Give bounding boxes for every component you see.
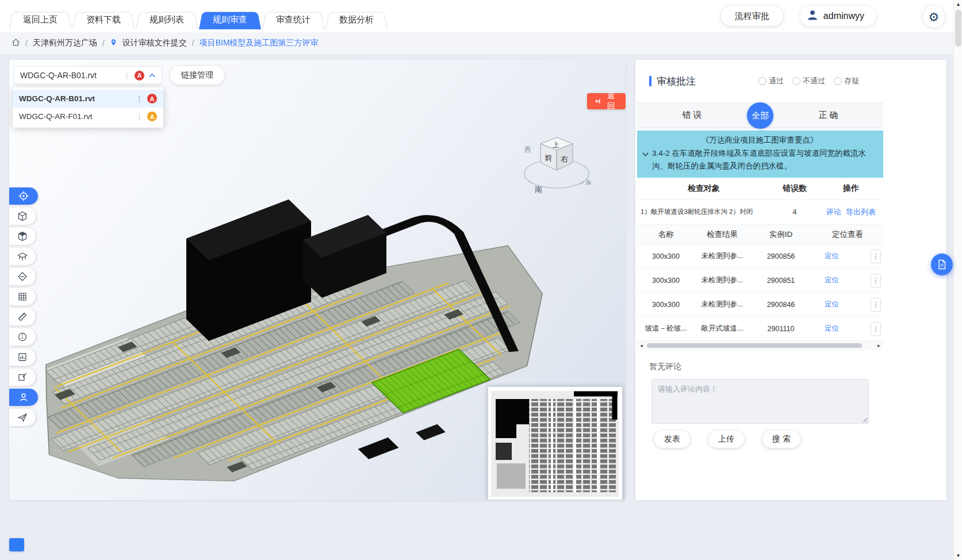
model-file-select[interactable]: WDGC-Q-AR-B01.rvt ⋮ A — [14, 66, 162, 85]
result-filter-tabs: 错 误 全部 正 确 — [637, 102, 883, 128]
radio-doubt[interactable]: 存疑 — [834, 76, 859, 86]
settings-gear-icon[interactable]: ⚙ — [923, 6, 945, 28]
tab-data-analysis[interactable]: 数据分析 — [325, 10, 388, 29]
scroll-down-icon[interactable]: ▼ — [954, 553, 962, 558]
link-manage-button[interactable]: 链接管理 — [170, 66, 224, 85]
avatar-icon — [806, 9, 819, 24]
scrollbar-thumb[interactable] — [955, 10, 961, 47]
compass-south[interactable]: 南 — [535, 185, 542, 194]
panel-title: 审核批注 — [649, 75, 696, 88]
page-scrollbar[interactable]: ▲ ▼ — [953, 0, 962, 560]
topbar-right: 流程审批 adminwyy ⚙ — [721, 6, 876, 26]
cube-face-right[interactable]: 右 — [561, 155, 568, 163]
upload-button[interactable]: 上传 — [708, 431, 744, 448]
dropdown-item-f01[interactable]: WDGC-Q-AR-F01.rvt ⋮ A — [13, 108, 163, 125]
more-dots-icon[interactable]: ⋮ — [136, 94, 143, 103]
rule-highlight-card[interactable]: 《万达商业项目施工图审查要点》 3.4-2 在车道敞开段终端及车道底部应设置与坡… — [637, 131, 883, 178]
home-icon[interactable] — [12, 38, 20, 48]
grid-icon[interactable] — [9, 288, 36, 305]
rule-source-title: 《万达商业项目施工图审查要点》 — [642, 135, 877, 145]
compass-east[interactable]: 东 — [585, 179, 592, 186]
check-table-row: 1）敞开坡道设3耐轮压排水沟 2）封闭 4 评论 导出列表 — [637, 200, 883, 225]
topbar: 返回上页 资料下载 规则列表 规则审查 审查统计 数据分析 流程审批 admin… — [0, 0, 962, 32]
breadcrumb-project[interactable]: 天津蓟州万达广场 — [33, 38, 97, 48]
chart-icon[interactable] — [9, 348, 36, 366]
row-more-button[interactable]: ⋮ — [871, 298, 881, 312]
info-icon[interactable] — [9, 328, 36, 346]
scrollbar-thumb[interactable] — [647, 343, 862, 348]
cube-face-top[interactable]: 上 — [553, 141, 559, 149]
model-status-badge: A — [147, 112, 157, 121]
row-more-button[interactable]: ⋮ — [871, 250, 881, 263]
tab-all[interactable]: 全部 — [747, 102, 773, 129]
comment-input[interactable] — [651, 379, 869, 424]
send-icon[interactable] — [9, 409, 36, 426]
comment-link[interactable]: 评论 — [826, 207, 841, 217]
title-accent-bar — [649, 76, 651, 86]
tab-back-home[interactable]: 返回上页 — [9, 10, 71, 29]
minimap[interactable] — [488, 386, 623, 500]
breadcrumb: / 天津蓟州万达广场 / 设计审核文件提交 / 项目BIM模型及施工图第三方评审 — [0, 32, 962, 54]
tab-errors[interactable]: 错 误 — [637, 110, 747, 121]
check-table-header: 检查对象 错误数 操作 — [637, 178, 883, 200]
review-result-radios: 通过 不通过 存疑 — [758, 76, 859, 86]
return-arrow-icon — [594, 98, 601, 105]
locate-link[interactable]: 定位 — [825, 324, 839, 333]
main-tabs: 返回上页 资料下载 规则列表 规则审查 审查统计 数据分析 — [9, 10, 389, 29]
cube-face-front[interactable]: 前 — [545, 154, 552, 162]
scroll-up-icon[interactable]: ▲ — [954, 2, 962, 7]
view-cube[interactable]: 上 前 右 南 东 西 — [520, 130, 596, 199]
measure-icon[interactable] — [9, 308, 36, 325]
more-dots-icon: ⋮ — [123, 71, 131, 80]
row-more-button[interactable]: ⋮ — [871, 322, 881, 336]
compass-west[interactable]: 西 — [524, 146, 531, 153]
tab-correct[interactable]: 正 确 — [773, 110, 883, 121]
model-cube-solid-icon[interactable] — [9, 228, 36, 245]
search-button[interactable]: 搜 索 — [762, 431, 800, 448]
tab-data-download[interactable]: 资料下载 — [72, 10, 135, 29]
more-dots-icon[interactable]: ⋮ — [136, 112, 143, 121]
pin-icon — [110, 39, 117, 48]
locate-link[interactable]: 定位 — [825, 275, 839, 285]
row-more-button[interactable]: ⋮ — [871, 274, 881, 287]
tab-rule-review[interactable]: 规则审查 — [199, 10, 261, 29]
table-row: 300x300 未检测到参... 2900851 定位 ⋮ — [637, 269, 883, 293]
dropdown-item-b01[interactable]: WDGC-Q-AR-B01.rvt ⋮ A — [13, 90, 163, 108]
model-status-badge: A — [135, 71, 144, 80]
post-button[interactable]: 发表 — [654, 431, 690, 448]
user-chip[interactable]: adminwyy — [800, 6, 876, 26]
annotate-icon[interactable] — [9, 369, 36, 386]
breadcrumb-stage[interactable]: 设计审核文件提交 — [122, 38, 187, 48]
viewer-toolbar — [9, 187, 38, 426]
document-fab[interactable] — [931, 254, 953, 275]
panel-header: 审核批注 通过 不通过 存疑 — [637, 60, 883, 102]
viewer-back-button[interactable]: 返回 — [587, 93, 626, 109]
app-root: 返回上页 资料下载 规则列表 规则审查 审查统计 数据分析 流程审批 admin… — [0, 0, 962, 560]
radio-pass[interactable]: 通过 — [758, 76, 784, 86]
radio-fail[interactable]: 不通过 — [792, 76, 825, 86]
radio-circle-icon — [834, 77, 842, 85]
tab-review-statistics[interactable]: 审查统计 — [262, 10, 324, 29]
model-viewer[interactable]: 上 前 右 南 东 西 WDGC-Q-AR-B01.rvt ⋮ A WDGC-Q… — [9, 60, 626, 500]
bottom-left-partial-button[interactable] — [9, 538, 24, 551]
review-panel: 审核批注 通过 不通过 存疑 错 误 全部 正 确 《万达商业项目施工图审查要点… — [635, 60, 946, 500]
table-horizontal-scrollbar[interactable]: ◄ ► — [637, 341, 883, 350]
error-count: 4 — [771, 208, 819, 216]
scroll-left-icon[interactable]: ◄ — [637, 343, 646, 348]
radio-circle-icon — [758, 77, 766, 85]
tab-rule-list[interactable]: 规则列表 — [136, 10, 198, 29]
detail-table-header: 名称 检查结果 实例ID 定位查看 — [637, 225, 883, 244]
section-plane-icon[interactable] — [9, 268, 36, 285]
navigate-crosshair-icon[interactable] — [9, 187, 38, 205]
model-cube-icon[interactable] — [9, 208, 36, 225]
locate-link[interactable]: 定位 — [825, 251, 839, 261]
roam-person-icon[interactable] — [9, 389, 38, 406]
process-approval-button[interactable]: 流程审批 — [721, 6, 783, 26]
export-list-link[interactable]: 导出列表 — [846, 207, 876, 217]
radio-circle-icon — [792, 77, 800, 85]
locate-link[interactable]: 定位 — [825, 300, 839, 309]
rule-text: 3.4-2 在车道敞开段终端及车道底部应设置与坡道同宽的截流水沟、耐轮压的金属沟… — [652, 147, 877, 172]
collapse-chevron-icon[interactable] — [642, 151, 649, 158]
scroll-right-icon[interactable]: ► — [875, 343, 883, 348]
section-box-icon[interactable] — [9, 248, 36, 265]
